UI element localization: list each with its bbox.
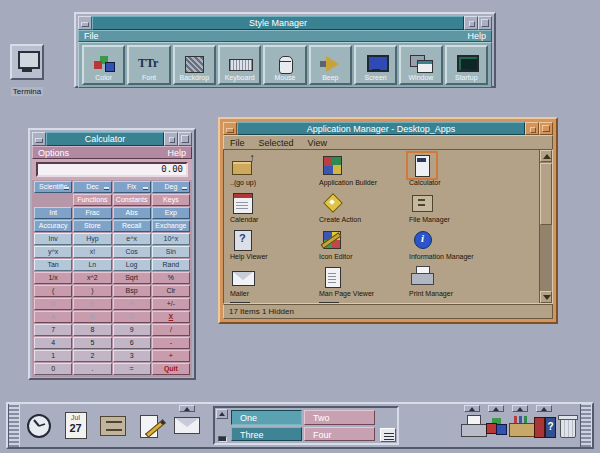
menu-help[interactable]: Help <box>167 148 186 158</box>
calc-key[interactable]: x^2 <box>73 272 111 284</box>
calc-key[interactable]: A <box>34 311 72 323</box>
calc-key[interactable]: F <box>113 298 151 310</box>
calc-key[interactable]: ( <box>34 285 72 297</box>
calc-key[interactable]: Log <box>113 259 151 271</box>
calc-key[interactable]: C <box>113 311 151 323</box>
style-tool-startup[interactable]: Startup <box>445 45 488 85</box>
quit-key[interactable]: Quit <box>152 363 190 375</box>
style-tool-backdrop[interactable]: Backdrop <box>173 45 216 85</box>
calc-key[interactable]: Clr <box>152 285 190 297</box>
calc-key[interactable]: 10^x <box>152 233 190 245</box>
style-manager-titlebar[interactable]: Style Manager <box>78 16 492 30</box>
workspace-two-button[interactable]: Two <box>304 410 375 425</box>
calc-key[interactable]: 4 <box>34 337 72 349</box>
scrollbar-thumb[interactable] <box>540 163 552 225</box>
menu-options[interactable]: Options <box>38 148 69 158</box>
menu-view[interactable]: View <box>308 138 327 148</box>
app-item-go-up[interactable]: ..(go up) <box>230 154 316 187</box>
style-tool-keyboard[interactable]: Keyboard <box>218 45 261 85</box>
app-item-icon-editor[interactable]: Icon Editor <box>319 228 405 261</box>
calc-key[interactable]: Cos <box>113 246 151 258</box>
calc-key[interactable]: 5 <box>73 337 111 349</box>
mode-select-scientific[interactable]: Scientific <box>34 181 72 193</box>
equals-key[interactable]: = <box>113 363 151 375</box>
calc-key[interactable]: 6 <box>113 337 151 349</box>
style-manager-title[interactable]: Style Manager <box>92 16 464 30</box>
app-item-calculator[interactable]: Calculator <box>409 154 495 187</box>
calc-key[interactable]: 1/x <box>34 272 72 284</box>
app-item-partial[interactable] <box>319 302 405 304</box>
calculator-title[interactable]: Calculator <box>46 132 164 146</box>
calc-key[interactable]: Abs <box>113 207 151 219</box>
keys-menu-key[interactable]: Keys <box>152 194 190 206</box>
calc-key[interactable]: E <box>73 298 111 310</box>
plus-key[interactable]: + <box>152 350 190 362</box>
calc-key[interactable]: Frac <box>73 207 111 219</box>
app-item-man-page-viewer[interactable]: Man Page Viewer <box>319 265 405 298</box>
scroll-down-arrow[interactable] <box>540 291 552 303</box>
style-tool-font[interactable]: Font <box>127 45 170 85</box>
maximize-button[interactable] <box>539 122 553 135</box>
calc-key[interactable]: Recall <box>113 220 151 232</box>
style-subpanel-arrow[interactable] <box>488 405 504 412</box>
calc-key[interactable]: 3 <box>113 350 151 362</box>
window-menu-button[interactable] <box>223 122 237 135</box>
calc-key[interactable]: B <box>73 311 111 323</box>
divide-key[interactable]: / <box>152 324 190 336</box>
calc-key[interactable]: +/- <box>152 298 190 310</box>
app-item-print-manager[interactable]: Print Manager <box>409 265 495 298</box>
window-menu-button[interactable] <box>78 16 92 30</box>
terminal-icon[interactable] <box>10 44 44 80</box>
printer-subpanel-arrow[interactable] <box>464 405 480 412</box>
application-manager-title[interactable]: Application Manager - Desktop_Apps <box>237 122 525 135</box>
app-item-application-builder[interactable]: Application Builder <box>319 154 405 187</box>
app-item-information-manager[interactable]: Information Manager <box>409 228 495 261</box>
text-editor-control[interactable] <box>131 404 168 447</box>
calendar-control[interactable]: Jul 27 <box>57 404 94 447</box>
calc-key[interactable]: 8 <box>73 324 111 336</box>
calc-key[interactable]: e^x <box>113 233 151 245</box>
minimize-button[interactable] <box>525 122 539 135</box>
app-item-create-action[interactable]: Create Action <box>319 191 405 224</box>
switcher-subpanel-arrow[interactable] <box>216 409 228 419</box>
workspace-three-button[interactable]: Three <box>231 427 302 442</box>
calc-key[interactable]: Sin <box>152 246 190 258</box>
file-manager-control[interactable] <box>94 404 131 447</box>
app-item-partial[interactable] <box>230 302 316 304</box>
calc-key[interactable]: Ln <box>73 259 111 271</box>
printer-control[interactable] <box>460 404 484 447</box>
application-manager-titlebar[interactable]: Application Manager - Desktop_Apps <box>223 122 553 135</box>
mode-select-base[interactable]: Dec <box>73 181 111 193</box>
calc-key[interactable]: 2 <box>73 350 111 362</box>
calc-key[interactable]: Hyp <box>73 233 111 245</box>
apps-subpanel-arrow[interactable] <box>512 405 528 412</box>
style-tool-window[interactable]: Window <box>399 45 442 85</box>
app-item-mailer[interactable]: Mailer <box>230 265 316 298</box>
menu-selected[interactable]: Selected <box>259 138 294 148</box>
terminal-minimized-icon[interactable]: Termina <box>6 44 48 98</box>
calc-key[interactable]: x! <box>73 246 111 258</box>
scroll-up-arrow[interactable] <box>540 150 552 162</box>
calc-key[interactable]: Inv <box>34 233 72 245</box>
help-control[interactable] <box>532 404 556 447</box>
workspace-four-button[interactable]: Four <box>304 427 375 442</box>
app-item-calendar[interactable]: Calendar <box>230 191 316 224</box>
panel-left-handle[interactable] <box>8 404 20 447</box>
minimize-button[interactable] <box>164 132 178 146</box>
calc-key[interactable]: D <box>34 298 72 310</box>
application-manager-control[interactable] <box>508 404 532 447</box>
app-item-help-viewer[interactable]: Help Viewer <box>230 228 316 261</box>
calc-key[interactable]: Int <box>34 207 72 219</box>
style-tool-screen[interactable]: Screen <box>354 45 397 85</box>
functions-menu-key[interactable]: Functions <box>73 194 111 206</box>
mode-select-trig[interactable]: Deg <box>152 181 190 193</box>
calc-key[interactable]: 1 <box>34 350 72 362</box>
multiply-key[interactable]: X <box>152 311 190 323</box>
trash-control[interactable] <box>556 404 580 447</box>
calc-key[interactable]: Store <box>73 220 111 232</box>
calc-key[interactable]: Bsp <box>113 285 151 297</box>
constants-menu-key[interactable]: Constants <box>113 194 151 206</box>
calc-key[interactable]: Rand <box>152 259 190 271</box>
menu-file[interactable]: File <box>230 138 245 148</box>
calc-key[interactable]: Tan <box>34 259 72 271</box>
